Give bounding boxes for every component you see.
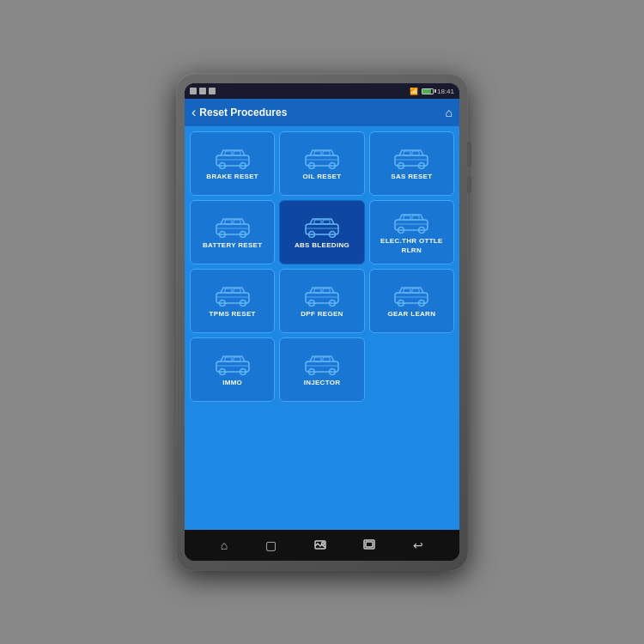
status-icons-left: [190, 88, 216, 94]
main-content: BRAKE RESET OIL RESET SAS RESET BATTERY …: [185, 126, 459, 530]
bottom-gallery-button[interactable]: [314, 538, 326, 553]
grid-item-tpms-reset[interactable]: TPMS RESET: [190, 269, 275, 333]
svg-rect-12: [395, 155, 428, 166]
svg-rect-42: [306, 293, 338, 303]
page-title: Reset Procedures: [199, 106, 287, 118]
bottom-nav-bar: ⌂ ▢ ↩: [185, 530, 459, 561]
grid-item-abs-bleeding[interactable]: ABS BLEEDING: [279, 200, 364, 264]
nav-left: ‹ Reset Procedures: [191, 106, 287, 119]
home-button[interactable]: ⌂: [446, 106, 453, 119]
wifi-icon: [190, 88, 197, 94]
nav-bar: ‹ Reset Procedures ⌂: [185, 99, 459, 126]
svg-rect-36: [216, 293, 249, 303]
grid-item-oil-reset[interactable]: OIL RESET: [279, 131, 364, 196]
grid-item-battery-reset[interactable]: BATTERY RESET: [190, 200, 275, 264]
wifi-status-icon: 📶: [410, 88, 418, 95]
grid-item-dpf-regen[interactable]: DPF REGEN: [279, 269, 364, 333]
bottom-screenshot-button[interactable]: [363, 538, 375, 553]
bottom-back-button[interactable]: ↩: [413, 538, 423, 552]
grid-item-label-brake-reset: BRAKE RESET: [206, 173, 258, 181]
back-button[interactable]: ‹: [191, 106, 196, 119]
grid-item-label-battery-reset: BATTERY RESET: [203, 241, 263, 250]
grid-item-label-dpf-regen: DPF REGEN: [301, 310, 343, 319]
bluetooth-icon: [209, 88, 216, 94]
signal-icon: [199, 88, 206, 94]
svg-rect-0: [216, 155, 249, 166]
grid-item-sas-reset[interactable]: SAS RESET: [369, 131, 454, 196]
grid-item-label-gear-learn: GEAR LEARN: [387, 310, 435, 319]
grid-item-label-immo: IMMO: [222, 379, 242, 387]
svg-rect-69: [366, 542, 373, 547]
procedures-grid: BRAKE RESET OIL RESET SAS RESET BATTERY …: [190, 131, 454, 402]
time-display: 18:41: [437, 88, 454, 95]
grid-item-label-abs-bleeding: ABS BLEEDING: [295, 241, 349, 250]
grid-item-label-elec-throttle: ELEC.THR OTTLE RLRN: [374, 237, 450, 255]
svg-rect-54: [216, 361, 249, 372]
bottom-square-button[interactable]: ▢: [265, 538, 276, 552]
grid-item-label-oil-reset: OIL RESET: [303, 173, 342, 181]
grid-item-elec-throttle[interactable]: ELEC.THR OTTLE RLRN: [369, 200, 454, 264]
side-button-1[interactable]: [467, 142, 471, 167]
grid-item-immo[interactable]: IMMO: [190, 337, 275, 402]
grid-item-label-injector: INJECTOR: [304, 379, 341, 387]
svg-rect-48: [395, 293, 428, 303]
side-button-2[interactable]: [467, 176, 471, 193]
grid-item-injector[interactable]: INJECTOR: [279, 337, 364, 402]
svg-rect-30: [395, 220, 428, 230]
grid-item-gear-learn[interactable]: GEAR LEARN: [369, 269, 454, 333]
svg-rect-24: [306, 224, 338, 234]
tablet-screen: 📶 18:41 ‹ Reset Procedures ⌂: [185, 83, 459, 561]
status-bar: 📶 18:41: [185, 83, 459, 99]
svg-rect-60: [306, 361, 338, 372]
grid-item-label-tpms-reset: TPMS RESET: [210, 310, 256, 319]
svg-rect-6: [306, 155, 338, 166]
grid-item-label-sas-reset: SAS RESET: [391, 173, 432, 181]
tablet-device: 📶 18:41 ‹ Reset Procedures ⌂: [176, 73, 468, 571]
battery-icon: [422, 88, 434, 94]
svg-point-67: [321, 542, 324, 544]
grid-item-brake-reset[interactable]: BRAKE RESET: [190, 131, 275, 196]
bottom-home-button[interactable]: ⌂: [221, 538, 228, 552]
svg-rect-18: [216, 224, 249, 234]
status-right: 📶 18:41: [410, 88, 454, 95]
